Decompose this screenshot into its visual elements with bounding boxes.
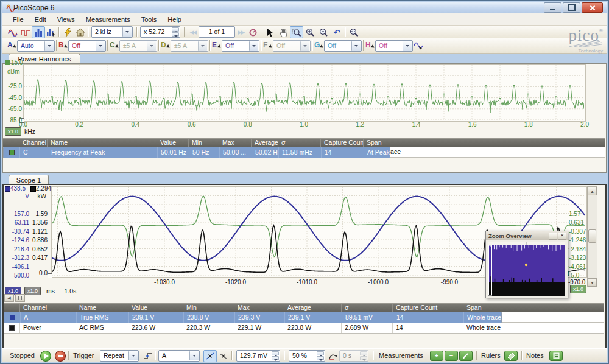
zoom-in-icon[interactable] [303,26,317,38]
table-row[interactable]: PowerAC RMS223.6 W220.3 W229.1 W223.8 W2… [4,323,604,334]
home-icon[interactable] [74,26,87,38]
next-buffer-icon[interactable]: ▶▶ [235,26,247,38]
notes-button[interactable] [549,351,563,361]
buffer-position-box[interactable]: 1 of 1 [199,26,235,38]
close-button[interactable] [582,2,603,13]
spin-down-icon[interactable] [272,356,279,360]
trigger-level-spinner[interactable]: 129.7 mV [236,350,280,362]
chevron-down-icon[interactable] [122,27,132,37]
scope-ruler-handle[interactable] [48,273,52,278]
cell: 11.58 mHz [278,147,321,158]
add-measurement-button[interactable]: + [430,351,443,361]
chevron-down-icon[interactable] [44,41,54,51]
persistence-view-icon[interactable] [19,26,32,38]
zoom-out-icon[interactable] [317,26,330,38]
rulers-label: Rulers [481,352,501,359]
chevron-down-icon[interactable] [189,351,199,360]
menu-item-measurements[interactable]: Measurements [80,15,136,24]
minimize-button[interactable] [544,2,561,13]
trigger-mode-select[interactable]: Repeat [100,350,139,362]
zoom-factor-spinner[interactable]: x 52.72 [140,26,180,38]
trigger-source-select[interactable]: A [158,350,200,362]
maximize-button[interactable] [563,2,580,13]
chevron-down-icon[interactable] [351,41,361,51]
scroll-up-icon[interactable]: ▲ [588,187,597,195]
zoom-overview-close-icon[interactable]: × [558,233,566,240]
channel-D-range-select[interactable]: ±5 A [171,40,208,52]
stop-button[interactable] [55,351,66,362]
spin-up-icon[interactable] [172,27,179,32]
chevron-down-icon[interactable] [300,41,309,51]
remove-measurement-button[interactable]: − [445,351,458,361]
menu-item-help[interactable]: Help [162,15,187,24]
pointer-tool-icon[interactable] [263,26,276,38]
row-indicator [4,150,19,155]
pretrigger-spinner[interactable]: 50 % [289,350,325,362]
channel-B-range-select[interactable]: Off [68,40,106,52]
titlebar[interactable]: PicoScope 6 [2,2,607,13]
chevron-down-icon[interactable] [249,41,258,51]
menu-item-file[interactable]: File [7,15,29,24]
table-row[interactable]: CFrequency at Peak50.01 Hz50 Hz50.03 ...… [3,147,390,158]
scroll-left-button[interactable]: ◀ [4,294,14,302]
spin-up-icon[interactable] [317,351,324,355]
time-offset-spinner[interactable]: 0 s [339,350,368,362]
statusbar: Stopped Trigger Repeat A 129.7 mV [2,348,607,362]
scope-x-tick: -1010.0 [294,279,320,285]
channel-A-range-select[interactable]: Auto [17,40,55,52]
scope-view-icon[interactable] [6,26,19,38]
zoom-overview-minimize-icon[interactable]: – [549,233,557,240]
spectrum-view-icon[interactable] [32,26,45,38]
hand-tool-icon[interactable] [276,26,290,38]
spectrum-x-scale-chip[interactable]: x1.0 [5,127,21,136]
header-cell: Capture Count [320,139,363,147]
start-button[interactable] [40,351,51,362]
buffer-overview-icon[interactable] [247,26,259,38]
channel-E-range-select[interactable]: Off [222,40,259,52]
spin-up-icon[interactable] [272,351,279,355]
header-cell: Value [157,139,188,147]
rulers-button[interactable] [504,351,518,361]
channel-F-range-select[interactable]: Off [273,40,311,52]
cell: 220.3 W [183,323,234,333]
channel-H-range-select[interactable]: Off [375,40,413,52]
channel-G-range-select[interactable]: Off [324,40,362,52]
chevron-down-icon[interactable] [403,41,412,51]
scope-scrollbar[interactable]: ▲ ▼ [587,186,597,287]
chevron-down-icon[interactable] [96,41,105,51]
spectrum-options-icon[interactable] [44,26,58,38]
undo-zoom-icon[interactable]: ↶ [330,26,343,38]
channel-C-range-select[interactable]: ±5 A [119,40,157,52]
splitter-grip-button[interactable] [15,294,25,302]
zoom-full-icon[interactable] [348,26,361,38]
power-scale-chip[interactable]: x1.0 [24,287,41,295]
rising-edge-icon[interactable] [141,350,155,362]
time-offset-arrow-icon[interactable] [326,350,340,362]
zoom-overview-plot[interactable] [488,242,565,296]
zoom-overview-window[interactable]: Zoom Overview – × [485,231,568,298]
chevron-down-icon[interactable] [128,351,138,360]
prev-buffer-icon[interactable]: ◀◀ [187,26,199,38]
spin-down-icon[interactable] [317,356,324,360]
spin-down-icon[interactable] [172,32,179,37]
marquee-zoom-tool-icon[interactable] [290,26,303,38]
channel-G-value: Off [328,42,336,49]
trigger-marker-icon[interactable] [203,350,217,362]
power-axis-color-swatch [30,186,36,192]
chevron-down-icon[interactable] [147,41,156,51]
edit-measurement-button[interactable] [459,351,473,361]
menu-item-tools[interactable]: Tools [136,15,163,24]
tab-scope-1[interactable]: Scope 1 [9,175,49,184]
auto-setup-icon[interactable] [61,26,74,38]
spectrum-range-select[interactable]: 2 kHz [91,26,133,38]
chevron-down-icon[interactable] [198,41,207,51]
probe-setup-icon[interactable] [412,40,425,52]
zoom-overview-titlebar[interactable]: Zoom Overview – × [486,231,568,240]
scroll-thumb[interactable] [588,229,596,243]
menu-item-views[interactable]: Views [52,15,80,24]
current-scale-chip[interactable]: x1.0 [570,285,586,293]
table-row[interactable]: ATrue RMS239.1 V238.8 V239.3 V239.1 V89.… [4,312,502,323]
menu-item-edit[interactable]: Edit [29,15,52,24]
trigger-dropout-icon[interactable] [217,350,230,362]
voltage-y-tick: 157.0 [5,211,29,217]
